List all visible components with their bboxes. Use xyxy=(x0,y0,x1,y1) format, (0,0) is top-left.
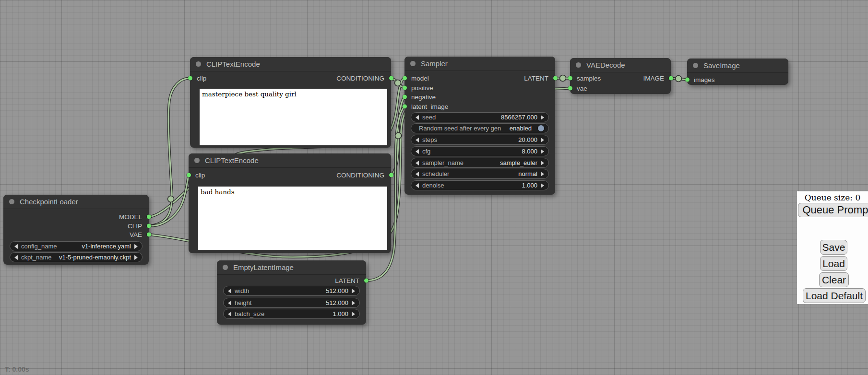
collapse-dot-icon[interactable] xyxy=(410,61,416,66)
node-title: CLIPTextEncode xyxy=(206,60,260,68)
reroute-dot[interactable] xyxy=(676,76,682,82)
node-title: CLIPTextEncode xyxy=(205,156,259,164)
widget-sampler-name[interactable]: sampler_name sample_euler xyxy=(411,158,549,168)
increment-arrow-icon[interactable] xyxy=(134,255,138,260)
input-dot-icon[interactable] xyxy=(403,95,407,99)
widget-denoise[interactable]: denoise 1.000 xyxy=(411,180,549,190)
collapse-dot-icon[interactable] xyxy=(9,199,14,204)
output-dot-icon[interactable] xyxy=(669,76,673,81)
widget-config-name[interactable]: config_name v1-inference.yaml xyxy=(10,241,143,251)
increment-arrow-icon[interactable] xyxy=(541,172,544,176)
toggle-dot-icon[interactable] xyxy=(538,125,544,131)
output-port-conditioning[interactable]: CONDITIONING xyxy=(189,171,391,179)
decrement-arrow-icon[interactable] xyxy=(416,172,419,176)
decrement-arrow-icon[interactable] xyxy=(416,115,419,120)
node-cliptextencode-positive[interactable]: CLIPTextEncode clip CONDITIONING masterp… xyxy=(190,57,391,148)
output-dot-icon[interactable] xyxy=(389,76,393,81)
increment-arrow-icon[interactable] xyxy=(352,301,355,305)
increment-arrow-icon[interactable] xyxy=(541,138,544,142)
widget-random-seed-toggle[interactable]: Random seed after every gen enabled xyxy=(411,123,549,133)
increment-arrow-icon[interactable] xyxy=(541,161,544,165)
increment-arrow-icon[interactable] xyxy=(352,312,355,316)
node-titlebar[interactable]: SaveImage xyxy=(687,59,788,73)
output-dot-icon[interactable] xyxy=(147,215,151,219)
save-button[interactable]: Save xyxy=(820,240,847,255)
node-vaedecode[interactable]: VAEDecode samples IMAGE vae xyxy=(570,58,671,94)
output-dot-icon[interactable] xyxy=(147,224,151,228)
input-port-latent-image[interactable]: latent_image xyxy=(404,102,555,111)
widget-label: ckpt_name xyxy=(21,254,52,261)
output-port-conditioning[interactable]: CONDITIONING xyxy=(190,74,391,82)
output-dot-icon[interactable] xyxy=(364,279,369,283)
decrement-arrow-icon[interactable] xyxy=(416,161,419,165)
widget-seed[interactable]: seed 8566257.000 xyxy=(411,112,549,122)
reroute-dot[interactable] xyxy=(168,196,174,202)
output-port-clip[interactable]: CLIP xyxy=(3,222,149,230)
node-emptylatentimage[interactable]: EmptyLatentImage LATENT width 512.000 he… xyxy=(217,260,366,325)
input-dot-icon[interactable] xyxy=(403,86,407,90)
negative-prompt-textarea[interactable]: bad hands xyxy=(198,187,387,250)
input-dot-icon[interactable] xyxy=(685,78,690,82)
load-button[interactable]: Load xyxy=(820,256,847,271)
node-titlebar[interactable]: CheckpointLoader xyxy=(3,195,149,209)
decrement-arrow-icon[interactable] xyxy=(228,312,231,316)
widget-width[interactable]: width 512.000 xyxy=(223,286,360,296)
input-port-negative[interactable]: negative xyxy=(404,93,555,101)
widget-cfg[interactable]: cfg 8.000 xyxy=(411,146,549,156)
output-dot-icon[interactable] xyxy=(147,233,151,237)
increment-arrow-icon[interactable] xyxy=(134,244,138,249)
output-port-image[interactable]: IMAGE xyxy=(570,74,671,82)
node-title: VAEDecode xyxy=(586,61,625,69)
node-titlebar[interactable]: CLIPTextEncode xyxy=(190,57,391,71)
widget-scheduler[interactable]: scheduler normal xyxy=(411,169,549,179)
collapse-dot-icon[interactable] xyxy=(196,61,201,67)
widget-height[interactable]: height 512.000 xyxy=(223,298,360,308)
queue-prompt-button[interactable]: Queue Prompt xyxy=(798,203,868,217)
collapse-dot-icon[interactable] xyxy=(693,63,698,68)
widget-batch-size[interactable]: batch_size 1.000 xyxy=(223,309,360,319)
decrement-arrow-icon[interactable] xyxy=(14,255,18,260)
node-saveimage[interactable]: SaveImage images xyxy=(687,59,788,85)
node-titlebar[interactable]: EmptyLatentImage xyxy=(217,260,366,275)
node-sampler[interactable]: Sampler model LATENT positive negative l… xyxy=(404,57,555,195)
node-titlebar[interactable]: Sampler xyxy=(404,57,555,71)
widget-ckpt-name[interactable]: ckpt_name v1-5-pruned-emaonly.ckpt xyxy=(10,252,143,262)
decrement-arrow-icon[interactable] xyxy=(228,301,231,305)
node-titlebar[interactable]: VAEDecode xyxy=(570,58,671,72)
widget-steps[interactable]: steps 20.000 xyxy=(411,135,549,145)
decrement-arrow-icon[interactable] xyxy=(416,183,419,188)
input-dot-icon[interactable] xyxy=(403,105,407,109)
link-wire[interactable] xyxy=(149,78,190,226)
widget-label: denoise xyxy=(422,182,444,189)
input-port-positive[interactable]: positive xyxy=(404,83,555,92)
decrement-arrow-icon[interactable] xyxy=(228,289,231,293)
output-port-latent[interactable]: LATENT xyxy=(217,276,366,285)
output-dot-icon[interactable] xyxy=(389,173,393,177)
reroute-dot[interactable] xyxy=(395,80,401,86)
decrement-arrow-icon[interactable] xyxy=(416,138,419,142)
increment-arrow-icon[interactable] xyxy=(541,115,544,120)
collapse-dot-icon[interactable] xyxy=(223,265,228,270)
collapse-dot-icon[interactable] xyxy=(194,158,200,163)
decrement-arrow-icon[interactable] xyxy=(14,244,18,249)
increment-arrow-icon[interactable] xyxy=(541,149,544,154)
positive-prompt-textarea[interactable]: masterpiece best quality girl xyxy=(200,89,387,145)
input-port-images[interactable]: images xyxy=(687,75,788,84)
clear-button[interactable]: Clear xyxy=(819,272,849,287)
node-checkpointloader[interactable]: CheckpointLoader MODEL CLIP VAE config_n… xyxy=(3,195,149,265)
output-dot-icon[interactable] xyxy=(553,76,558,81)
input-dot-icon[interactable] xyxy=(568,86,572,91)
decrement-arrow-icon[interactable] xyxy=(416,149,419,154)
reroute-dot[interactable] xyxy=(560,75,566,82)
increment-arrow-icon[interactable] xyxy=(541,183,544,188)
node-titlebar[interactable]: CLIPTextEncode xyxy=(189,153,391,168)
output-port-vae[interactable]: VAE xyxy=(3,230,149,239)
input-port-vae[interactable]: vae xyxy=(570,84,671,93)
collapse-dot-icon[interactable] xyxy=(576,62,581,68)
node-cliptextencode-negative[interactable]: CLIPTextEncode clip CONDITIONING bad han… xyxy=(189,153,391,253)
output-port-model[interactable]: MODEL xyxy=(3,212,149,221)
increment-arrow-icon[interactable] xyxy=(352,289,355,293)
output-port-latent[interactable]: LATENT xyxy=(404,74,555,82)
load-default-button[interactable]: Load Default xyxy=(803,288,866,303)
reroute-dot[interactable] xyxy=(395,133,402,139)
